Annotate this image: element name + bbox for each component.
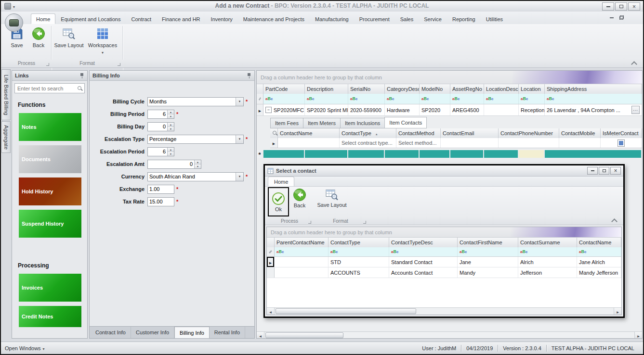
credit-notes-button[interactable]: Credit Notes [19, 306, 81, 327]
tab-item-meters[interactable]: Item Meters [303, 118, 340, 128]
tab-contract-info[interactable]: Contract Info [91, 327, 131, 338]
col-locationdesc[interactable]: LocationDesc [484, 84, 519, 94]
contacts-search-header[interactable] [270, 128, 278, 138]
workspaces-button[interactable]: Workspaces [87, 26, 118, 55]
items-grid-data-row[interactable]: SP2020MFC SP2020 Sprint MFC 2020-559900 … [257, 104, 642, 116]
currency-dropdown[interactable] [147, 172, 244, 181]
cell-serialno[interactable]: 2020-559900 [348, 104, 385, 115]
chevron-down-icon[interactable] [236, 98, 243, 106]
ribbon-tab-sales[interactable]: Sales [395, 13, 419, 24]
ribbon-tab-contract[interactable]: Contract [126, 13, 157, 24]
mdi-restore-icon[interactable] [619, 15, 624, 20]
cell-contacttypedesc[interactable]: Accounts Contact [389, 267, 458, 278]
cell-ismetercontact[interactable] [601, 138, 642, 148]
filter-categorydesc[interactable] [385, 94, 420, 104]
new-cell[interactable] [385, 150, 420, 158]
cell-contactmethod[interactable]: Select method... [396, 138, 441, 148]
sidetab-life-based-billing[interactable]: Life Based Billing [1, 69, 11, 120]
col-shippingaddress[interactable]: ShippingAddress [545, 84, 642, 94]
ribbon-tab-service[interactable]: Service [419, 13, 447, 24]
scrollbar-thumb[interactable] [276, 308, 416, 314]
col-location[interactable]: Location [519, 84, 545, 94]
new-cell[interactable] [450, 150, 484, 158]
col-contactsurname[interactable]: ContactSurname [518, 238, 577, 247]
tab-billing-info[interactable]: Billing Info [174, 327, 210, 338]
cell-contactsurname[interactable]: Alrich [518, 257, 577, 267]
chevron-down-icon[interactable] [236, 173, 243, 181]
picker-row-mandy-jefferson[interactable]: ACCOUNTS Accounts Contact Mandy Jefferso… [267, 267, 621, 278]
col-contactname[interactable]: ContactName [577, 238, 621, 247]
cell-contacttype[interactable]: ACCOUNTS [329, 267, 389, 278]
ribbon-tab-reporting[interactable]: Reporting [447, 13, 481, 24]
filter-description[interactable] [305, 94, 348, 104]
group-dialog-launcher-icon[interactable] [363, 221, 366, 224]
cell-parentcontactname[interactable] [275, 257, 329, 267]
spin-down-icon[interactable] [168, 127, 174, 131]
scroll-left-icon[interactable] [257, 332, 264, 338]
filter-contacttype[interactable] [329, 247, 389, 256]
hold-history-button[interactable]: Hold History [19, 178, 81, 205]
billing-period-stepper[interactable] [147, 110, 174, 119]
col-contactemail[interactable]: ContactEmail [441, 128, 499, 138]
picker-row-jane-alrich[interactable]: STD Standard Contact Jane Alrich Jane Al… [267, 257, 621, 267]
tab-item-contacts[interactable]: Item Contacts [384, 117, 427, 128]
cell-description[interactable]: SP2020 Sprint MFC [305, 104, 348, 115]
group-dialog-launcher-icon[interactable] [46, 63, 49, 66]
col-assetregno[interactable]: AssetRegNo [450, 84, 484, 94]
group-dialog-launcher-icon[interactable] [308, 221, 311, 224]
filter-contactname[interactable] [577, 247, 621, 256]
new-cell[interactable] [263, 150, 305, 158]
col-modelno[interactable]: ModelNo [420, 84, 450, 94]
is-meter-contact-checkbox[interactable] [618, 139, 625, 147]
cell-parentcontactname[interactable] [275, 267, 329, 278]
dialog-maximize-button[interactable] [599, 167, 609, 175]
links-search-box[interactable] [14, 83, 85, 93]
spin-up-icon[interactable] [168, 110, 174, 114]
filter-locationdesc[interactable] [484, 94, 519, 104]
col-ismetercontact[interactable]: IsMeterContact [601, 128, 642, 138]
scroll-right-icon[interactable] [614, 308, 621, 315]
billing-cycle-dropdown[interactable] [147, 97, 244, 106]
new-cell[interactable] [305, 150, 348, 158]
cell-contacttype[interactable]: STD [329, 257, 389, 267]
collapse-row-icon[interactable] [265, 107, 272, 113]
mdi-minimize-icon[interactable] [610, 17, 614, 18]
scroll-left-icon[interactable] [267, 308, 275, 315]
save-layout-button[interactable]: Save Layout [54, 26, 84, 48]
exchange-value[interactable] [148, 186, 174, 192]
cell-location[interactable]: Reception [519, 104, 545, 115]
scroll-right-icon[interactable] [634, 332, 642, 338]
open-windows-button[interactable]: Open Windows [5, 345, 45, 351]
new-cell[interactable] [545, 150, 642, 158]
cell-contactfirstname[interactable]: Mandy [458, 267, 518, 278]
new-cell[interactable] [484, 150, 519, 158]
col-parentcontactname[interactable]: ParentContactName [275, 238, 329, 247]
close-button[interactable] [628, 2, 640, 11]
dialog-minimize-button[interactable] [587, 167, 598, 175]
search-icon[interactable] [77, 86, 83, 91]
ribbon-tab-home[interactable]: Home [31, 13, 55, 24]
col-partcode[interactable]: PartCode [263, 84, 305, 94]
escalation-amt-value[interactable] [148, 161, 194, 167]
cell-contactname[interactable]: Jane Alrich [577, 257, 621, 267]
escalation-type-dropdown[interactable] [147, 135, 244, 144]
links-search-input[interactable] [16, 85, 77, 92]
minimize-button[interactable] [602, 2, 614, 11]
escalation-period-stepper[interactable] [147, 147, 174, 156]
col-contactmobile[interactable]: ContactMobile [559, 128, 601, 138]
scrollbar-thumb[interactable] [265, 332, 343, 338]
col-contactfirstname[interactable]: ContactFirstName [458, 238, 518, 247]
ribbon-tab-inventory[interactable]: Inventory [206, 13, 238, 24]
ok-button[interactable]: Ok [272, 192, 285, 212]
col-contactname[interactable]: ContactName [278, 128, 340, 138]
ribbon-tab-manufacturing[interactable]: Manufacturing [310, 13, 354, 24]
cell-shippingaddress[interactable]: 26 Lavendar , 94A Crompton ... [545, 104, 642, 115]
suspend-history-button[interactable]: Suspend History [19, 210, 81, 238]
filter-contactsurname[interactable] [518, 247, 577, 256]
exchange-field[interactable] [147, 185, 174, 194]
notes-button[interactable]: Notes [19, 113, 81, 141]
filter-assetregno[interactable] [450, 94, 484, 104]
cell-contactemail[interactable] [441, 138, 499, 148]
back-button[interactable]: Back [29, 26, 48, 48]
maximize-button[interactable] [615, 2, 627, 11]
